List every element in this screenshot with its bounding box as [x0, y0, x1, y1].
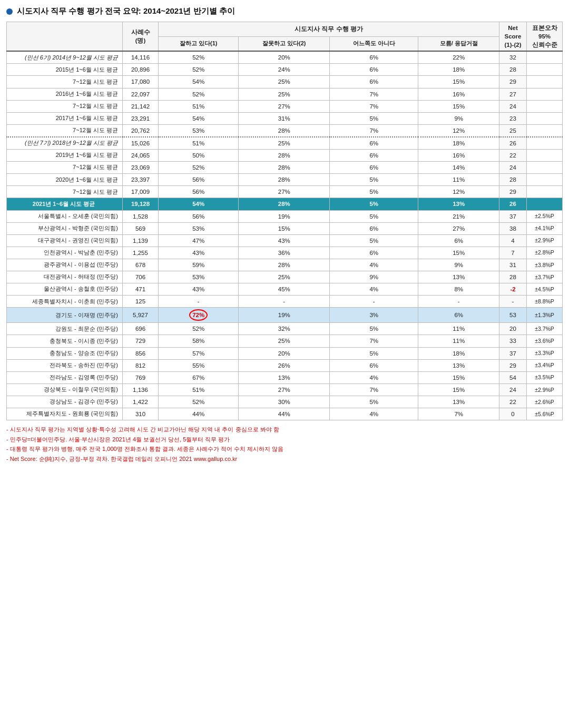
row-good: 51%	[159, 137, 239, 150]
table-row: 7~12월 시도 평균23,06952%28%6%14%24	[7, 162, 563, 174]
row-net-score: -	[499, 296, 527, 308]
row-net-score: 22	[499, 396, 527, 408]
row-good: 52%	[159, 162, 239, 174]
row-net-score: 20	[499, 323, 527, 335]
row-neither: 5%	[330, 186, 418, 198]
row-sample: 17,009	[123, 186, 159, 198]
row-net-score: 24	[499, 383, 527, 396]
header-good: 잘하고 있다(1)	[159, 37, 239, 52]
row-good: 44%	[159, 408, 239, 420]
row-good: 67%	[159, 371, 239, 383]
row-error	[527, 88, 563, 100]
row-neither: 6%	[330, 76, 418, 88]
row-label: 충청북도 - 이시종 (민주당)	[7, 335, 123, 347]
row-good: 50%	[159, 150, 239, 162]
row-net-score: 54	[499, 371, 527, 383]
row-refuse: 12%	[418, 124, 499, 137]
row-bad: 20%	[239, 347, 330, 359]
row-error	[527, 100, 563, 112]
row-net-score: 37	[499, 347, 527, 359]
table-row: 인천광역시 - 박남춘 (민주당)1,25543%36%6%15%7±2.8%P	[7, 247, 563, 259]
row-refuse: 6%	[418, 308, 499, 323]
row-label: 서울특별시 - 오세훈 (국민의힘)	[7, 210, 123, 222]
row-net-score: 27	[499, 88, 527, 100]
table-row: 서울특별시 - 오세훈 (국민의힘)1,52856%19%5%21%37±2.5…	[7, 210, 563, 222]
row-good: 57%	[159, 347, 239, 359]
row-label: 2021년 1~6월 시도 평균	[7, 198, 123, 210]
row-error	[527, 162, 563, 174]
row-good: 55%	[159, 359, 239, 371]
row-refuse: 22%	[418, 51, 499, 64]
row-refuse: 18%	[418, 137, 499, 150]
row-error: ±8.8%P	[527, 296, 563, 308]
row-sample: 706	[123, 271, 159, 283]
row-sample: 23,397	[123, 174, 159, 186]
row-refuse: 8%	[418, 283, 499, 296]
row-good: 51%	[159, 383, 239, 396]
table-row: 전라북도 - 송하진 (민주당)81255%26%6%13%29±3.4%P	[7, 359, 563, 371]
row-bad: 13%	[239, 371, 330, 383]
row-refuse: 15%	[418, 100, 499, 112]
row-label: 7~12월 시도 평균	[7, 100, 123, 112]
row-refuse: 18%	[418, 347, 499, 359]
header-sample-error: 표본오차95%신뢰수준	[527, 22, 563, 52]
row-error: ±2.8%P	[527, 247, 563, 259]
table-row: (민선 7기) 2018년 9~12월 시도 평균15,02651%25%6%1…	[7, 137, 563, 150]
row-sample: 769	[123, 371, 159, 383]
row-neither: 7%	[330, 124, 418, 137]
header-sample: 사례수 (명)	[123, 22, 159, 52]
row-sample: 20,762	[123, 124, 159, 137]
row-neither: 4%	[330, 259, 418, 271]
row-neither: 5%	[330, 234, 418, 247]
row-net-score: 28	[499, 174, 527, 186]
row-label: 전라북도 - 송하진 (민주당)	[7, 359, 123, 371]
row-neither: 5%	[330, 347, 418, 359]
row-net-score: 38	[499, 222, 527, 234]
row-net-score: 26	[499, 198, 527, 210]
row-refuse: 16%	[418, 88, 499, 100]
row-bad: 36%	[239, 247, 330, 259]
row-bad: 25%	[239, 88, 330, 100]
row-good: 51%	[159, 100, 239, 112]
row-neither: 9%	[330, 271, 418, 283]
row-neither: 5%	[330, 198, 418, 210]
row-error: ±3.6%P	[527, 335, 563, 347]
row-refuse: 13%	[418, 359, 499, 371]
row-bad: 32%	[239, 323, 330, 335]
row-bad: 15%	[239, 222, 330, 234]
page-title: 시도지사 직무 수행 평가 전국 요약: 2014~2021년 반기별 추이	[17, 6, 235, 16]
footer-note: - 대통령 직무 평가와 병행, 매주 전국 1,000명 전화조사 통합 결과…	[6, 444, 563, 454]
row-label: 울산광역시 - 송철호 (민주당)	[7, 283, 123, 296]
row-neither: 5%	[330, 396, 418, 408]
row-good: 52%	[159, 64, 239, 76]
row-neither: 4%	[330, 371, 418, 383]
row-good: 52%	[159, 88, 239, 100]
title-section: 시도지사 직무 수행 평가 전국 요약: 2014~2021년 반기별 추이	[6, 6, 563, 16]
table-row: 부산광역시 - 박형준 (국민의힘)56953%15%6%27%38±4.1%P	[7, 222, 563, 234]
row-bad: 43%	[239, 234, 330, 247]
row-label: 인천광역시 - 박남춘 (민주당)	[7, 247, 123, 259]
row-refuse: 15%	[418, 76, 499, 88]
table-row: (민선 6기) 2014년 9~12월 시도 평균14,11652%20%6%2…	[7, 51, 563, 64]
row-error: ±2.9%P	[527, 383, 563, 396]
row-neither: 4%	[330, 283, 418, 296]
row-bad: 27%	[239, 383, 330, 396]
row-net-score: 24	[499, 162, 527, 174]
row-sample: 569	[123, 222, 159, 234]
row-bad: 25%	[239, 335, 330, 347]
row-label: 부산광역시 - 박형준 (국민의힘)	[7, 222, 123, 234]
row-error: ±3.7%P	[527, 323, 563, 335]
row-error	[527, 51, 563, 64]
row-good: 53%	[159, 271, 239, 283]
row-bad: 27%	[239, 100, 330, 112]
row-neither: 7%	[330, 335, 418, 347]
row-sample: 471	[123, 283, 159, 296]
table-row: 7~12월 시도 평균20,76253%28%7%12%25	[7, 124, 563, 137]
row-refuse: 11%	[418, 174, 499, 186]
row-good: 47%	[159, 234, 239, 247]
row-good: 43%	[159, 283, 239, 296]
row-sample: 1,422	[123, 396, 159, 408]
row-sample: 5,927	[123, 308, 159, 323]
row-sample: 310	[123, 408, 159, 420]
row-bad: 44%	[239, 408, 330, 420]
